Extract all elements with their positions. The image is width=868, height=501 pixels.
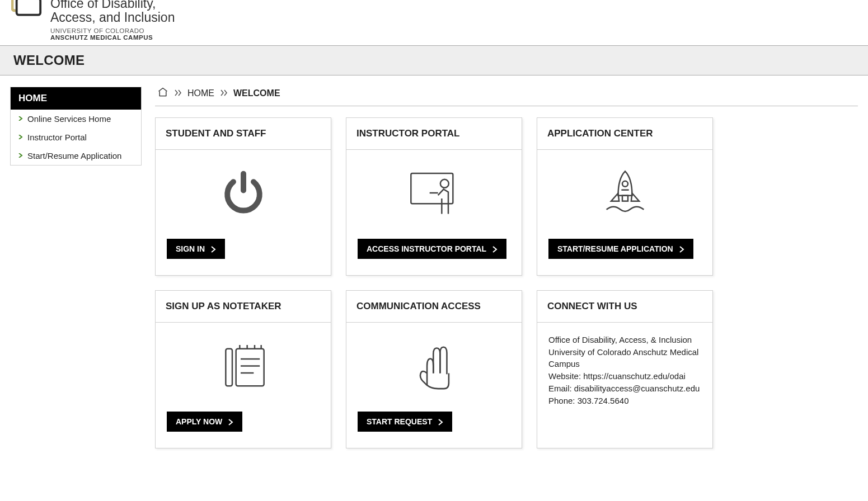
card-connect-with-us: CONNECT WITH US Office of Disability, Ac… — [537, 290, 713, 448]
button-label: START/RESUME APPLICATION — [557, 244, 673, 253]
cu-logo-icon — [11, 0, 44, 20]
card-title: COMMUNICATION ACCESS — [346, 291, 522, 323]
sidebar-item-label: Instructor Portal — [27, 133, 87, 142]
page-title: WELCOME — [13, 53, 855, 68]
card-title: STUDENT AND STAFF — [156, 118, 331, 150]
card-title: CONNECT WITH US — [537, 291, 712, 323]
notepad-icon — [167, 334, 320, 398]
button-label: START REQUEST — [367, 417, 432, 426]
chevron-right-icon — [438, 418, 443, 425]
chevron-double-right-icon — [220, 88, 228, 98]
contact-info: Office of Disability, Access, & Inclusio… — [548, 334, 701, 407]
chevron-double-right-icon — [174, 88, 182, 98]
svg-rect-3 — [411, 173, 453, 204]
card-sign-up-notetaker: SIGN UP AS NOTETAKER — [155, 290, 331, 448]
instructor-teaching-icon — [358, 161, 510, 225]
chevron-right-icon — [18, 135, 23, 139]
home-icon[interactable] — [157, 87, 168, 100]
contact-campus: University of Colorado Anschutz Medical … — [548, 346, 701, 370]
sidebar-heading: HOME — [11, 87, 141, 110]
start-request-button[interactable]: START REQUEST — [358, 412, 452, 432]
sidebar-item-label: Online Services Home — [27, 114, 111, 124]
dept-title-line1: Office of Disability, — [50, 0, 175, 11]
card-communication-access: COMMUNICATION ACCESS START REQUEST — [346, 290, 522, 448]
sidebar-nav: HOME Online Services Home Instructor Por… — [10, 87, 142, 166]
contact-email-label: Email: — [548, 384, 574, 393]
power-icon — [167, 161, 320, 225]
button-label: SIGN IN — [176, 244, 205, 253]
svg-rect-1 — [17, 0, 41, 15]
contact-phone-label: Phone: — [548, 396, 578, 405]
card-title: SIGN UP AS NOTETAKER — [156, 291, 331, 323]
card-title: APPLICATION CENTER — [537, 118, 712, 150]
chevron-right-icon — [228, 418, 233, 425]
sidebar-item-instructor-portal[interactable]: Instructor Portal — [11, 128, 141, 146]
chevron-right-icon — [492, 245, 498, 252]
sign-in-button[interactable]: SIGN IN — [167, 239, 225, 259]
university-name: UNIVERSITY OF COLORADO — [50, 27, 175, 34]
breadcrumb: HOME WELCOME — [155, 87, 858, 106]
contact-email-link[interactable]: disabilityaccess@cuanschutz.edu — [574, 384, 700, 393]
card-title: INSTRUCTOR PORTAL — [346, 118, 522, 150]
chevron-right-icon — [18, 153, 23, 158]
card-student-and-staff: STUDENT AND STAFF SIGN IN — [155, 117, 331, 276]
rocket-icon — [548, 161, 701, 225]
start-resume-application-button[interactable]: START/RESUME APPLICATION — [548, 239, 693, 259]
chevron-right-icon — [679, 245, 684, 252]
access-instructor-portal-button[interactable]: ACCESS INSTRUCTOR PORTAL — [358, 239, 506, 259]
sidebar-item-label: Start/Resume Application — [27, 151, 121, 160]
contact-phone-value: 303.724.5640 — [578, 396, 629, 405]
contact-org: Office of Disability, Access, & Inclusio… — [548, 334, 701, 346]
sidebar-item-online-services-home[interactable]: Online Services Home — [11, 110, 141, 128]
svg-rect-7 — [622, 195, 628, 201]
site-header: Office of Disability, Access, and Inclus… — [0, 0, 868, 45]
page-title-bar: WELCOME — [0, 45, 868, 75]
card-application-center: APPLICATION CENTER — [537, 117, 713, 276]
svg-point-4 — [440, 179, 448, 188]
button-label: ACCESS INSTRUCTOR PORTAL — [367, 244, 486, 253]
campus-name: ANSCHUTZ MEDICAL CAMPUS — [50, 34, 175, 41]
contact-website-label: Website: — [548, 371, 583, 381]
dept-title-line2: Access, and Inclusion — [50, 11, 175, 25]
sidebar-item-start-resume-application[interactable]: Start/Resume Application — [11, 146, 141, 165]
breadcrumb-home-link[interactable]: HOME — [187, 88, 214, 98]
chevron-right-icon — [18, 116, 23, 121]
svg-point-5 — [622, 181, 628, 186]
card-instructor-portal: INSTRUCTOR PORTAL ACCESS INSTRUCTOR PORT… — [346, 117, 522, 276]
svg-rect-9 — [236, 348, 264, 386]
apply-now-button[interactable]: APPLY NOW — [167, 412, 242, 432]
sign-language-hand-icon — [358, 334, 510, 398]
svg-rect-8 — [226, 348, 232, 386]
contact-website-link[interactable]: https://cuanschutz.edu/odai — [583, 371, 686, 381]
chevron-right-icon — [210, 245, 216, 252]
breadcrumb-current: WELCOME — [233, 88, 280, 98]
button-label: APPLY NOW — [176, 417, 222, 426]
